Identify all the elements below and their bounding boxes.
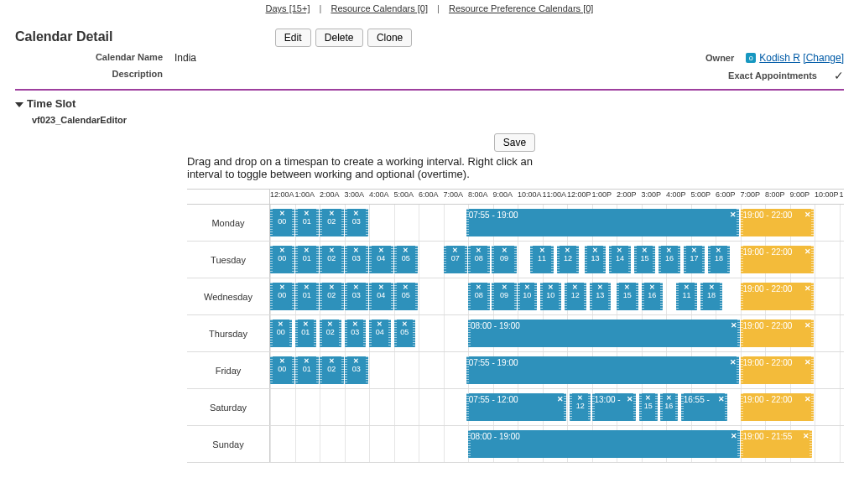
- resize-handle-left[interactable]: [617, 283, 619, 310]
- resize-handle-right[interactable]: [366, 356, 368, 384]
- close-icon[interactable]: ✕: [271, 320, 291, 328]
- close-icon[interactable]: ✕: [370, 320, 390, 328]
- resize-handle-right[interactable]: [341, 283, 344, 310]
- resize-handle-left[interactable]: [295, 246, 298, 273]
- resize-handle-right[interactable]: [292, 356, 294, 384]
- working-interval[interactable]: ✕10: [540, 283, 562, 310]
- resize-handle-right[interactable]: [678, 246, 680, 273]
- close-icon[interactable]: ✕: [320, 247, 343, 254]
- working-interval[interactable]: ✕00: [270, 246, 294, 273]
- resize-handle-left[interactable]: [466, 356, 469, 384]
- resize-handle-left[interactable]: [295, 356, 298, 384]
- edit-button[interactable]: Edit: [275, 29, 311, 47]
- resize-handle-left[interactable]: [681, 393, 684, 421]
- working-interval[interactable]: ✕08:00 - 19:00: [468, 430, 740, 458]
- close-icon[interactable]: ✕: [709, 247, 729, 254]
- close-icon[interactable]: ✕: [804, 395, 811, 403]
- working-interval[interactable]: ✕01: [295, 320, 317, 347]
- day-row[interactable]: Sunday✕08:00 - 19:00✕19:00 - 21:55: [187, 426, 844, 463]
- working-interval[interactable]: ✕02: [320, 283, 344, 310]
- resize-handle-left[interactable]: [270, 320, 273, 347]
- resize-handle-left[interactable]: [369, 320, 372, 347]
- close-icon[interactable]: ✕: [701, 283, 721, 291]
- close-icon[interactable]: ✕: [531, 247, 554, 254]
- resize-handle-right[interactable]: [292, 283, 294, 310]
- resize-handle-left[interactable]: [590, 283, 592, 310]
- resize-handle-right[interactable]: [811, 209, 814, 236]
- resize-handle-left[interactable]: [345, 320, 347, 347]
- working-interval[interactable]: ✕08: [468, 246, 490, 273]
- day-row[interactable]: Friday✕00✕01✕02✕03✕07:55 - 19:00✕19:00 -…: [187, 352, 844, 389]
- resize-handle-right[interactable]: [534, 283, 537, 310]
- optional-interval[interactable]: ✕19:00 - 21:55: [741, 430, 812, 458]
- close-icon[interactable]: ✕: [346, 320, 366, 328]
- resize-handle-left[interactable]: [468, 283, 471, 310]
- close-icon[interactable]: ✕: [296, 210, 319, 217]
- resize-handle-left[interactable]: [394, 283, 397, 310]
- working-interval[interactable]: ✕00: [270, 320, 292, 347]
- resize-handle-right[interactable]: [720, 283, 722, 310]
- working-interval[interactable]: ✕01: [295, 283, 320, 310]
- day-row[interactable]: Tuesday✕00✕01✕02✕03✕04✕05✕07✕08✕09✕11✕12…: [187, 242, 844, 278]
- resize-handle-right[interactable]: [366, 209, 368, 236]
- close-icon[interactable]: ✕: [635, 247, 655, 254]
- resize-handle-right[interactable]: [316, 356, 319, 384]
- close-icon[interactable]: ✕: [804, 210, 811, 219]
- resize-handle-left[interactable]: [609, 246, 612, 273]
- day-row[interactable]: Wednesday✕00✕01✕02✕03✕04✕05✕08✕09✕10✕10✕…: [187, 278, 844, 315]
- delete-button[interactable]: Delete: [315, 29, 363, 47]
- resize-handle-left[interactable]: [320, 246, 322, 273]
- resize-handle-right[interactable]: [576, 246, 579, 273]
- working-interval[interactable]: ✕07:55 - 19:00: [466, 209, 740, 236]
- working-interval[interactable]: ✕12: [557, 246, 579, 273]
- resize-handle-left[interactable]: [295, 283, 298, 310]
- resize-handle-right[interactable]: [810, 430, 812, 458]
- close-icon[interactable]: ✕: [718, 395, 725, 403]
- resize-handle-right[interactable]: [551, 246, 554, 273]
- resize-handle-left[interactable]: [394, 246, 397, 273]
- resize-handle-left[interactable]: [466, 393, 469, 421]
- resize-handle-right[interactable]: [314, 320, 316, 347]
- close-icon[interactable]: ✕: [591, 283, 611, 291]
- close-icon[interactable]: ✕: [346, 210, 368, 217]
- resize-handle-left[interactable]: [570, 393, 572, 421]
- resize-handle-right[interactable]: [415, 283, 418, 310]
- resize-handle-left[interactable]: [270, 356, 273, 384]
- resize-handle-right[interactable]: [559, 283, 561, 310]
- resize-handle-right[interactable]: [737, 356, 739, 384]
- resize-handle-left[interactable]: [642, 283, 644, 310]
- resize-handle-left[interactable]: [345, 209, 347, 236]
- working-interval[interactable]: ✕17: [684, 246, 705, 273]
- resize-handle-right[interactable]: [487, 283, 490, 310]
- resize-handle-right[interactable]: [655, 393, 658, 421]
- resize-handle-right[interactable]: [339, 320, 341, 347]
- close-icon[interactable]: ✕: [395, 247, 418, 254]
- day-row[interactable]: Saturday✕07:55 - 12:00✕12✕13:00 -✕15✕16✕…: [187, 389, 844, 426]
- close-icon[interactable]: ✕: [730, 210, 737, 219]
- close-icon[interactable]: ✕: [395, 283, 418, 291]
- resize-handle-right[interactable]: [588, 393, 591, 421]
- link-resource-calendars[interactable]: Resource Calendars [0]: [331, 3, 428, 13]
- resize-handle-left[interactable]: [741, 356, 743, 384]
- resize-handle-left[interactable]: [592, 393, 595, 421]
- resize-handle-left[interactable]: [659, 246, 661, 273]
- close-icon[interactable]: ✕: [271, 357, 294, 365]
- resize-handle-right[interactable]: [660, 283, 663, 310]
- close-icon[interactable]: ✕: [803, 432, 810, 440]
- resize-handle-right[interactable]: [341, 246, 344, 273]
- close-icon[interactable]: ✕: [570, 394, 591, 402]
- resize-handle-right[interactable]: [514, 246, 517, 273]
- close-icon[interactable]: ✕: [610, 247, 630, 254]
- link-resource-pref-calendars[interactable]: Resource Preference Calendars [0]: [449, 3, 593, 13]
- close-icon[interactable]: ✕: [804, 321, 811, 330]
- optional-interval[interactable]: ✕19:00 - 22:00: [741, 246, 815, 273]
- working-interval[interactable]: ✕07:55 - 19:00: [466, 356, 740, 384]
- working-interval[interactable]: ✕02: [320, 356, 344, 384]
- resize-handle-right[interactable]: [289, 320, 292, 347]
- resize-handle-left[interactable]: [369, 283, 372, 310]
- day-row[interactable]: Thursday✕00✕01✕02✕03✕04✕05✕08:00 - 19:00…: [187, 315, 844, 352]
- resize-handle-right[interactable]: [653, 246, 655, 273]
- close-icon[interactable]: ✕: [730, 358, 737, 366]
- resize-handle-left[interactable]: [492, 283, 494, 310]
- close-icon[interactable]: ✕: [346, 247, 368, 254]
